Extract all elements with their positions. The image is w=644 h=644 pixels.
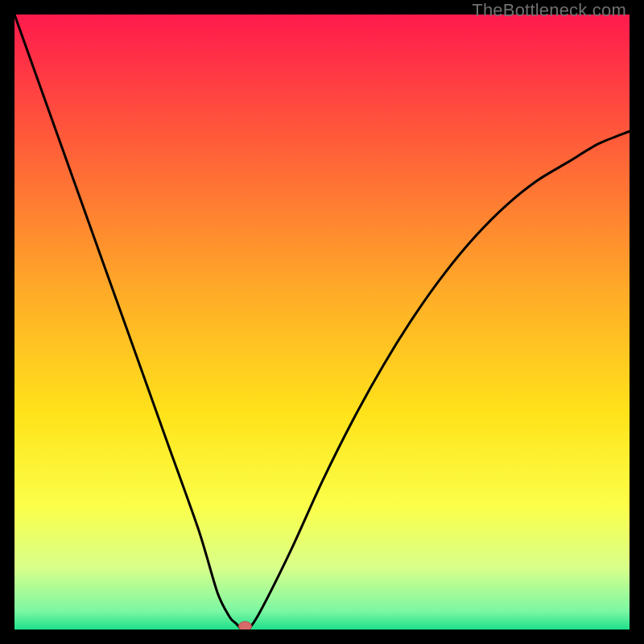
plot-frame <box>14 14 630 630</box>
bottleneck-curve-plot <box>14 14 630 630</box>
watermark-label: TheBottleneck.com <box>472 0 626 21</box>
optimal-point-marker <box>239 621 252 630</box>
gradient-background <box>14 14 630 630</box>
